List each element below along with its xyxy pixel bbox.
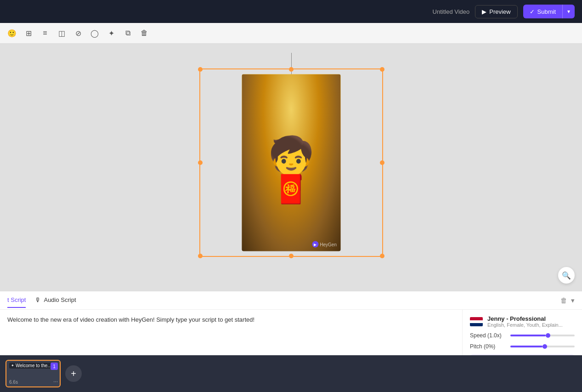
submit-dropdown-button[interactable]: ▾ xyxy=(563,5,575,18)
voice-description: English, Female, Youth, Explain... xyxy=(487,322,563,328)
magic-icon[interactable]: ✦ xyxy=(105,27,118,40)
app-container: Untitled Video ▶ Preview ✓ Submit ▾ 🙂 ⊞ … xyxy=(0,0,582,392)
editor-toolbar: 🙂 ⊞ ≡ ◫ ⊘ ◯ ✦ ⧉ 🗑 xyxy=(0,23,582,44)
audio-script-label: Audio Script xyxy=(44,296,76,303)
voice-name: Jenny - Professional xyxy=(487,315,563,322)
copy-icon[interactable]: ⧉ xyxy=(121,27,134,40)
resize-handle-mr[interactable] xyxy=(380,160,384,165)
add-scene-button[interactable]: + xyxy=(65,365,82,382)
resize-handle-bc[interactable] xyxy=(289,254,294,258)
resize-handle-ml[interactable] xyxy=(198,160,203,165)
align-icon[interactable]: ≡ xyxy=(39,27,51,40)
grid-icon[interactable]: ⊞ xyxy=(22,27,35,40)
bottom-area: t Script 🎙 Audio Script 🗑 ▾ Welco xyxy=(0,291,582,392)
text-script-label: t Script xyxy=(7,296,26,303)
emoji-icon[interactable]: 🙂 xyxy=(6,27,18,40)
preview-button[interactable]: ▶ Preview xyxy=(475,5,517,18)
zoom-button[interactable]: 🔍 xyxy=(558,267,575,284)
timeline-bar: ✦ Welcome to the... 6.6s ··· 1 + xyxy=(0,355,582,392)
pitch-slider[interactable] xyxy=(510,346,575,347)
hide-icon[interactable]: ⊘ xyxy=(72,27,85,40)
speed-label: Speed (1.0x) xyxy=(470,332,507,339)
zoom-icon: 🔍 xyxy=(562,271,571,280)
collapse-tab-button[interactable]: ▾ xyxy=(571,296,575,305)
chevron-down-icon: ▾ xyxy=(567,8,570,15)
resize-handle-tc[interactable] xyxy=(289,67,294,72)
editor-area: 🧒 🧧 ▶ HeyGen 🔍 xyxy=(0,44,582,392)
topbar: Untitled Video ▶ Preview ✓ Submit ▾ xyxy=(0,0,582,23)
check-icon: ✓ xyxy=(530,8,535,15)
resize-handle-tl[interactable] xyxy=(198,67,203,72)
pitch-control: Pitch (0%) xyxy=(470,343,575,350)
resize-handle-bl[interactable] xyxy=(198,254,203,258)
selected-element[interactable]: 🧒 🧧 ▶ HeyGen xyxy=(199,68,383,257)
clip-number: 1 xyxy=(51,363,58,370)
layers-icon[interactable]: ◫ xyxy=(55,27,68,40)
resize-handle-tr[interactable] xyxy=(380,67,384,72)
clip-label: ✦ Welcome to the... xyxy=(9,363,53,369)
resize-handle-br[interactable] xyxy=(380,254,384,258)
script-content: Welcome to the new era of video creation… xyxy=(7,316,254,323)
trash-icon[interactable]: 🗑 xyxy=(138,27,151,40)
mic-icon: 🎙 xyxy=(35,296,41,303)
speed-slider[interactable] xyxy=(510,335,575,336)
tab-audio-script[interactable]: 🎙 Audio Script xyxy=(35,293,76,308)
clip-more-button[interactable]: ··· xyxy=(53,378,58,385)
tab-text-script[interactable]: t Script xyxy=(7,293,26,308)
heygen-watermark: ▶ HeyGen xyxy=(312,241,337,248)
video-title: Untitled Video xyxy=(433,8,470,15)
pitch-label: Pitch (0%) xyxy=(470,343,507,350)
script-tabs: t Script 🎙 Audio Script 🗑 ▾ xyxy=(0,291,582,310)
tab-actions: 🗑 ▾ xyxy=(560,296,575,305)
voice-info: Jenny - Professional English, Female, Yo… xyxy=(470,315,575,328)
circle-icon[interactable]: ◯ xyxy=(88,27,101,40)
play-icon: ▶ xyxy=(482,8,486,15)
heygen-logo-icon: ▶ xyxy=(312,241,318,248)
us-flag-icon xyxy=(470,317,483,326)
canvas-wrapper: 🧒 🧧 ▶ HeyGen 🔍 xyxy=(0,44,582,291)
speed-control: Speed (1.0x) xyxy=(470,332,575,339)
delete-tab-button[interactable]: 🗑 xyxy=(560,296,567,304)
voice-details: Jenny - Professional English, Female, Yo… xyxy=(487,315,563,328)
clip-duration: 6.6s xyxy=(9,380,18,385)
timeline-clip[interactable]: ✦ Welcome to the... 6.6s ··· 1 xyxy=(6,360,61,387)
submit-main-button[interactable]: ✓ Submit xyxy=(523,5,562,18)
add-icon: + xyxy=(71,369,76,379)
submit-button-group: ✓ Submit ▾ xyxy=(523,5,575,18)
clip-ai-icon: ✦ xyxy=(11,364,14,368)
